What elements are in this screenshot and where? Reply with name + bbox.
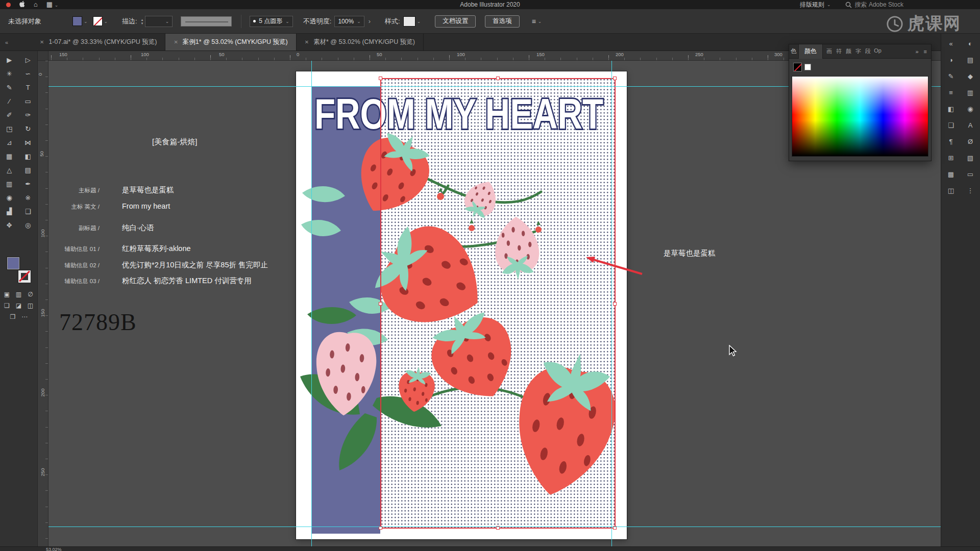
- eraser-tool-icon[interactable]: ◳: [0, 122, 19, 135]
- close-tab-icon[interactable]: ✕: [40, 39, 44, 45]
- home-icon[interactable]: ⌂: [34, 0, 38, 9]
- gradient-icon[interactable]: ▥: [961, 87, 980, 98]
- panel-mini-tab[interactable]: 段: [863, 47, 873, 55]
- rectangle-tool-icon[interactable]: ▭: [19, 94, 38, 108]
- graphic-styles-icon[interactable]: ❑: [941, 119, 961, 131]
- paintbrush-tool-icon[interactable]: ✐: [0, 108, 19, 121]
- color-icon[interactable]: ◐: [961, 38, 980, 49]
- artboards-icon[interactable]: ▭: [961, 168, 980, 180]
- character-icon[interactable]: A: [961, 119, 980, 131]
- fill-color-swatch[interactable]: [72, 16, 82, 26]
- shape-builder-tool-icon[interactable]: ◧: [19, 149, 38, 163]
- vertical-ruler[interactable]: 050100150200250: [38, 61, 48, 546]
- scale-tool-icon[interactable]: ⊿: [0, 136, 19, 149]
- zoom-level[interactable]: 53.02%: [46, 547, 62, 551]
- fill-type-gradient-icon[interactable]: ▥: [15, 291, 22, 298]
- stroke-none-swatch[interactable]: [93, 16, 103, 26]
- screen-mode-icon[interactable]: ❐: [9, 313, 16, 320]
- close-tab-icon[interactable]: ✕: [305, 39, 309, 45]
- ruler-origin-corner[interactable]: [38, 51, 48, 61]
- draw-inside-icon[interactable]: ◫: [27, 302, 34, 309]
- draw-behind-icon[interactable]: ◪: [15, 302, 22, 309]
- style-swatch[interactable]: [403, 16, 415, 27]
- brushes-icon[interactable]: ✎: [941, 70, 961, 82]
- actions-icon[interactable]: ⋮: [961, 185, 980, 196]
- panel-mini-tab[interactable]: 画: [824, 47, 834, 55]
- collapse-dock-icon[interactable]: «: [941, 38, 961, 49]
- document-tab[interactable]: ✕ 1-07.ai* @ 33.33% (CMYK/GPU 预览): [32, 34, 165, 51]
- asset-export-icon[interactable]: ◫: [941, 185, 961, 196]
- fill-none-swatch[interactable]: [793, 63, 802, 71]
- type-tool-icon[interactable]: T: [19, 81, 38, 94]
- artboard-tool-icon[interactable]: ❑: [19, 205, 38, 218]
- appearance-icon[interactable]: ◉: [961, 103, 980, 114]
- align-menu[interactable]: ≡ ⌄: [532, 17, 542, 26]
- collapse-tabs-icon[interactable]: «: [0, 34, 13, 51]
- stroke-color-dropdown[interactable]: ⌄: [93, 16, 108, 26]
- zoom-tool-icon[interactable]: ◎: [19, 218, 38, 232]
- selection-handle[interactable]: [496, 77, 500, 80]
- symbols-icon[interactable]: ◆: [961, 70, 980, 82]
- column-graph-tool-icon[interactable]: ▟: [0, 205, 19, 218]
- rotate-tool-icon[interactable]: ↻: [19, 122, 38, 135]
- panel-mini-tab[interactable]: Op: [873, 47, 883, 55]
- align-icon[interactable]: ⊞: [941, 152, 961, 163]
- stroke-profile-select[interactable]: [181, 16, 232, 27]
- stock-search[interactable]: 搜索 Adobe Stock: [845, 1, 903, 9]
- gradient-tool-icon[interactable]: ▥: [0, 177, 19, 190]
- panel-mini-tab[interactable]: 符: [834, 47, 844, 55]
- pencil-tool-icon[interactable]: ✑: [19, 108, 38, 121]
- hand-tool-icon[interactable]: ✥: [0, 218, 19, 232]
- toolbar-stroke-swatch[interactable]: [18, 270, 31, 283]
- panel-menu-icon[interactable]: ≡: [924, 48, 927, 55]
- document-setup-button[interactable]: 文档设置: [435, 15, 476, 28]
- transform-icon[interactable]: ▧: [961, 152, 980, 163]
- perspective-grid-tool-icon[interactable]: △: [0, 163, 19, 177]
- lasso-tool-icon[interactable]: ∽: [19, 67, 38, 80]
- transparency-icon[interactable]: ◧: [941, 103, 961, 114]
- symbol-sprayer-tool-icon[interactable]: ※: [19, 191, 38, 204]
- selection-tool-icon[interactable]: ▶: [0, 53, 19, 66]
- selection-handle[interactable]: [379, 302, 382, 306]
- apps-grid-icon[interactable]: ▦ ⌄: [46, 0, 58, 10]
- opentype-icon[interactable]: Ø: [961, 136, 980, 147]
- layout-rule-menu[interactable]: 排版规则⌄: [800, 1, 831, 9]
- opacity-select[interactable]: 100% ⌄: [334, 16, 364, 27]
- fill-color-dropdown[interactable]: ⌄: [72, 16, 88, 26]
- stroke-icon[interactable]: ≡: [941, 87, 961, 98]
- toolbar-fill-swatch[interactable]: [7, 257, 19, 269]
- panel-mini-tab[interactable]: 颜: [844, 47, 853, 55]
- mesh-tool-icon[interactable]: ▤: [19, 163, 38, 177]
- magic-wand-tool-icon[interactable]: ✳: [0, 67, 19, 80]
- tab-color[interactable]: 颜色: [798, 44, 823, 59]
- pen-tool-icon[interactable]: ✎: [0, 81, 19, 94]
- panel-more-icon[interactable]: »: [915, 48, 918, 55]
- artboard[interactable]: FROM MY HEART: [296, 71, 627, 539]
- blend-tool-icon[interactable]: ◉: [0, 191, 19, 204]
- selection-handle[interactable]: [379, 77, 382, 80]
- eyedropper-tool-icon[interactable]: ✒: [19, 177, 38, 190]
- preferences-button[interactable]: 首选项: [485, 15, 520, 28]
- fill-stroke-indicator[interactable]: [6, 257, 32, 283]
- document-tab[interactable]: ✕ 素材* @ 53.02% (CMYK/GPU 预览): [297, 34, 424, 51]
- stroke-white-swatch[interactable]: [804, 64, 811, 70]
- selection-bounding-box[interactable]: [380, 78, 616, 529]
- apple-menu-icon[interactable]: [19, 1, 25, 9]
- selection-handle[interactable]: [613, 302, 617, 306]
- color-spectrum[interactable]: [792, 76, 928, 157]
- draw-normal-icon[interactable]: ❏: [4, 302, 11, 309]
- style-select[interactable]: ⌄: [403, 16, 421, 27]
- width-tool-icon[interactable]: ⋈: [19, 136, 38, 149]
- edit-toolbar-icon[interactable]: ⋯: [21, 313, 28, 320]
- tab-swatches-partial[interactable]: 色: [789, 47, 798, 56]
- line-segment-tool-icon[interactable]: ∕: [0, 94, 19, 108]
- swatches-icon[interactable]: ▤: [961, 54, 980, 65]
- free-transform-tool-icon[interactable]: ▦: [0, 149, 19, 163]
- color-guide-icon[interactable]: ◑: [941, 54, 961, 65]
- opacity-more-chevron-icon[interactable]: ›: [369, 17, 371, 25]
- direct-selection-tool-icon[interactable]: ▷: [19, 53, 38, 66]
- fill-type-none-icon[interactable]: ∅: [27, 291, 34, 298]
- stroke-width-select[interactable]: ⌄: [145, 16, 173, 27]
- fill-type-color-icon[interactable]: ▣: [4, 291, 11, 298]
- stroke-width-stepper[interactable]: ▴▾: [141, 18, 143, 25]
